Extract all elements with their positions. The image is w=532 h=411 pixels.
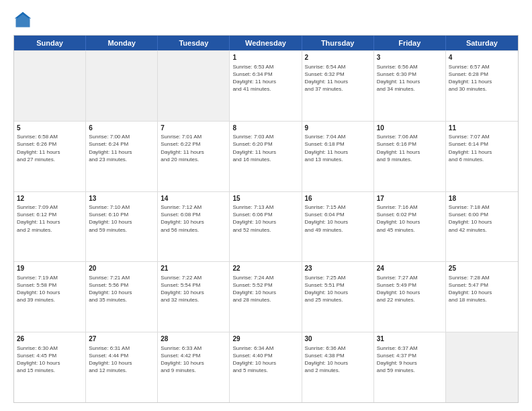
cell-content: Sunrise: 7:13 AM Sunset: 6:06 PM Dayligh… [232, 203, 298, 234]
page: SundayMondayTuesdayWednesdayThursdayFrid… [0, 0, 532, 411]
calendar-cell-2-6: 18Sunrise: 7:18 AM Sunset: 6:00 PM Dayli… [446, 192, 518, 262]
calendar-row-0: 1Sunrise: 6:53 AM Sunset: 6:34 PM Daylig… [14, 50, 518, 121]
calendar-cell-2-5: 17Sunrise: 7:16 AM Sunset: 6:02 PM Dayli… [374, 192, 446, 262]
day-number: 31 [377, 334, 443, 344]
header-day-tuesday: Tuesday [158, 36, 230, 50]
day-number: 27 [89, 334, 154, 344]
calendar-cell-2-4: 16Sunrise: 7:15 AM Sunset: 6:04 PM Dayli… [302, 192, 374, 262]
day-number: 23 [305, 264, 371, 273]
cell-content: Sunrise: 7:09 AM Sunset: 6:12 PM Dayligh… [17, 203, 83, 234]
cell-content: Sunrise: 6:58 AM Sunset: 6:26 PM Dayligh… [17, 133, 83, 163]
day-number: 26 [17, 334, 83, 344]
calendar: SundayMondayTuesdayWednesdayThursdayFrid… [13, 35, 519, 403]
day-number: 15 [232, 194, 298, 203]
day-number: 16 [305, 194, 371, 203]
cell-content: Sunrise: 6:30 AM Sunset: 4:45 PM Dayligh… [17, 345, 83, 375]
header-day-monday: Monday [86, 36, 158, 50]
calendar-cell-4-0: 26Sunrise: 6:30 AM Sunset: 4:45 PM Dayli… [14, 332, 86, 402]
cell-content: Sunrise: 7:06 AM Sunset: 6:16 PM Dayligh… [377, 133, 443, 163]
cell-content: Sunrise: 7:25 AM Sunset: 5:51 PM Dayligh… [305, 274, 371, 304]
calendar-cell-3-5: 24Sunrise: 7:27 AM Sunset: 5:49 PM Dayli… [374, 262, 446, 332]
calendar-cell-4-2: 28Sunrise: 6:33 AM Sunset: 4:42 PM Dayli… [158, 332, 230, 402]
cell-content: Sunrise: 7:12 AM Sunset: 6:08 PM Dayligh… [161, 203, 226, 234]
calendar-cell-4-4: 30Sunrise: 6:36 AM Sunset: 4:38 PM Dayli… [302, 332, 374, 402]
cell-content: Sunrise: 7:27 AM Sunset: 5:49 PM Dayligh… [377, 274, 443, 304]
calendar-row-3: 19Sunrise: 7:19 AM Sunset: 5:58 PM Dayli… [14, 261, 518, 332]
calendar-cell-0-6: 4Sunrise: 6:57 AM Sunset: 6:28 PM Daylig… [446, 51, 518, 121]
cell-content: Sunrise: 7:01 AM Sunset: 6:22 PM Dayligh… [161, 133, 226, 163]
cell-content: Sunrise: 7:03 AM Sunset: 6:20 PM Dayligh… [232, 133, 298, 163]
day-number: 3 [377, 53, 443, 62]
calendar-cell-2-1: 13Sunrise: 7:10 AM Sunset: 6:10 PM Dayli… [86, 192, 158, 262]
cell-content: Sunrise: 6:56 AM Sunset: 6:30 PM Dayligh… [377, 63, 443, 93]
calendar-cell-1-1: 6Sunrise: 7:00 AM Sunset: 6:24 PM Daylig… [86, 122, 158, 191]
cell-content: Sunrise: 6:53 AM Sunset: 6:34 PM Dayligh… [232, 63, 298, 93]
day-number: 4 [449, 53, 515, 62]
cell-content: Sunrise: 6:34 AM Sunset: 4:40 PM Dayligh… [232, 345, 298, 375]
day-number: 20 [89, 264, 154, 273]
calendar-cell-0-5: 3Sunrise: 6:56 AM Sunset: 6:30 PM Daylig… [374, 51, 446, 121]
calendar-cell-3-6: 25Sunrise: 7:28 AM Sunset: 5:47 PM Dayli… [446, 262, 518, 332]
cell-content: Sunrise: 6:57 AM Sunset: 6:28 PM Dayligh… [449, 63, 515, 93]
day-number: 6 [89, 124, 154, 133]
calendar-cell-2-3: 15Sunrise: 7:13 AM Sunset: 6:06 PM Dayli… [230, 192, 302, 262]
cell-content: Sunrise: 7:16 AM Sunset: 6:02 PM Dayligh… [377, 203, 443, 234]
calendar-cell-0-0 [14, 51, 86, 121]
day-number: 7 [161, 124, 226, 133]
calendar-cell-0-1 [86, 51, 158, 121]
day-number: 28 [161, 334, 226, 344]
calendar-body: 1Sunrise: 6:53 AM Sunset: 6:34 PM Daylig… [14, 50, 518, 402]
day-number: 22 [232, 264, 298, 273]
calendar-cell-1-6: 11Sunrise: 7:07 AM Sunset: 6:14 PM Dayli… [446, 122, 518, 191]
header [13, 11, 519, 30]
day-number: 30 [305, 334, 371, 344]
calendar-row-1: 5Sunrise: 6:58 AM Sunset: 6:26 PM Daylig… [14, 121, 518, 191]
day-number: 21 [161, 264, 226, 273]
cell-content: Sunrise: 7:21 AM Sunset: 5:56 PM Dayligh… [89, 274, 154, 304]
calendar-cell-0-2 [158, 51, 230, 121]
day-number: 9 [305, 124, 371, 133]
cell-content: Sunrise: 7:00 AM Sunset: 6:24 PM Dayligh… [89, 133, 154, 163]
day-number: 11 [449, 124, 515, 133]
calendar-cell-1-3: 8Sunrise: 7:03 AM Sunset: 6:20 PM Daylig… [230, 122, 302, 191]
logo-icon [13, 11, 32, 30]
day-number: 19 [17, 264, 83, 273]
calendar-cell-4-5: 31Sunrise: 6:37 AM Sunset: 4:37 PM Dayli… [374, 332, 446, 402]
day-number: 13 [89, 194, 154, 203]
day-number: 29 [232, 334, 298, 344]
calendar-cell-2-2: 14Sunrise: 7:12 AM Sunset: 6:08 PM Dayli… [158, 192, 230, 262]
calendar-cell-1-2: 7Sunrise: 7:01 AM Sunset: 6:22 PM Daylig… [158, 122, 230, 191]
calendar-cell-4-1: 27Sunrise: 6:31 AM Sunset: 4:44 PM Dayli… [86, 332, 158, 402]
calendar-row-4: 26Sunrise: 6:30 AM Sunset: 4:45 PM Dayli… [14, 332, 518, 402]
calendar-header-row: SundayMondayTuesdayWednesdayThursdayFrid… [14, 36, 518, 50]
day-number: 12 [17, 194, 83, 203]
cell-content: Sunrise: 7:28 AM Sunset: 5:47 PM Dayligh… [449, 274, 515, 304]
calendar-cell-3-4: 23Sunrise: 7:25 AM Sunset: 5:51 PM Dayli… [302, 262, 374, 332]
logo [13, 11, 35, 30]
day-number: 1 [232, 53, 298, 62]
cell-content: Sunrise: 7:24 AM Sunset: 5:52 PM Dayligh… [232, 274, 298, 304]
cell-content: Sunrise: 6:54 AM Sunset: 6:32 PM Dayligh… [305, 63, 371, 93]
day-number: 17 [377, 194, 443, 203]
cell-content: Sunrise: 7:18 AM Sunset: 6:00 PM Dayligh… [449, 203, 515, 234]
calendar-cell-3-0: 19Sunrise: 7:19 AM Sunset: 5:58 PM Dayli… [14, 262, 86, 332]
cell-content: Sunrise: 7:07 AM Sunset: 6:14 PM Dayligh… [449, 133, 515, 163]
day-number: 24 [377, 264, 443, 273]
header-day-sunday: Sunday [14, 36, 86, 50]
day-number: 2 [305, 53, 371, 62]
day-number: 8 [232, 124, 298, 133]
calendar-cell-4-3: 29Sunrise: 6:34 AM Sunset: 4:40 PM Dayli… [230, 332, 302, 402]
header-day-thursday: Thursday [302, 36, 374, 50]
calendar-cell-0-3: 1Sunrise: 6:53 AM Sunset: 6:34 PM Daylig… [230, 51, 302, 121]
cell-content: Sunrise: 7:04 AM Sunset: 6:18 PM Dayligh… [305, 133, 371, 163]
cell-content: Sunrise: 7:10 AM Sunset: 6:10 PM Dayligh… [89, 203, 154, 234]
calendar-cell-3-1: 20Sunrise: 7:21 AM Sunset: 5:56 PM Dayli… [86, 262, 158, 332]
header-day-friday: Friday [374, 36, 446, 50]
calendar-cell-3-2: 21Sunrise: 7:22 AM Sunset: 5:54 PM Dayli… [158, 262, 230, 332]
svg-marker-0 [16, 13, 30, 28]
calendar-cell-0-4: 2Sunrise: 6:54 AM Sunset: 6:32 PM Daylig… [302, 51, 374, 121]
calendar-row-2: 12Sunrise: 7:09 AM Sunset: 6:12 PM Dayli… [14, 191, 518, 262]
day-number: 14 [161, 194, 226, 203]
calendar-cell-1-5: 10Sunrise: 7:06 AM Sunset: 6:16 PM Dayli… [374, 122, 446, 191]
cell-content: Sunrise: 6:33 AM Sunset: 4:42 PM Dayligh… [161, 345, 226, 375]
